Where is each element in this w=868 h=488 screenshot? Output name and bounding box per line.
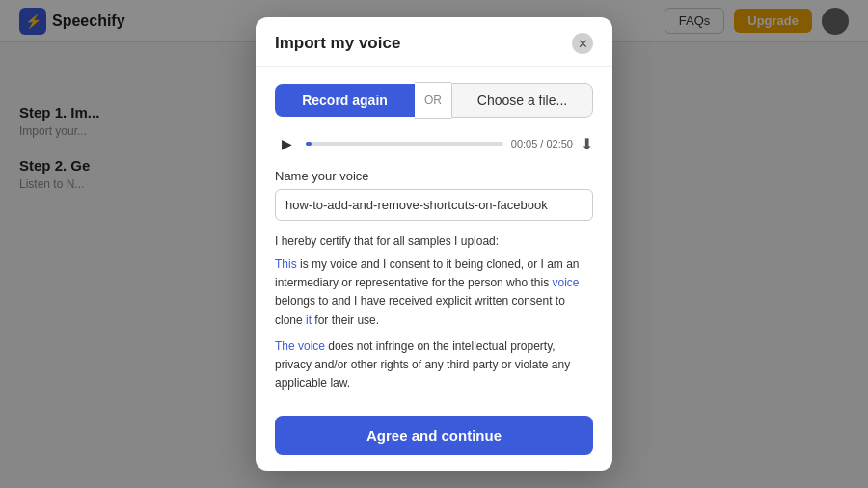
modal-dialog: Import my voice ✕ Record again OR Choose…: [256, 17, 612, 471]
play-button[interactable]: ▶: [275, 132, 298, 155]
or-separator: OR: [415, 82, 451, 119]
download-button[interactable]: ⬇: [581, 135, 593, 153]
progress-bar-container[interactable]: [306, 142, 503, 146]
terms-item-2: The voice does not infringe on the intel…: [275, 338, 593, 393]
time-display: 00:05 / 02:50: [511, 138, 573, 149]
modal-overlay: Import my voice ✕ Record again OR Choose…: [0, 0, 868, 488]
modal-footer: Agree and continue: [256, 404, 612, 471]
terms-text: This is my voice and I consent to it bei…: [275, 256, 593, 404]
choose-file-button[interactable]: Choose a file...: [451, 83, 593, 118]
modal-title: Import my voice: [275, 34, 400, 53]
voice-name-label: Name your voice: [275, 169, 593, 183]
voice-name-input[interactable]: [275, 189, 593, 221]
close-button[interactable]: ✕: [572, 33, 593, 54]
agree-continue-button[interactable]: Agree and continue: [275, 416, 593, 455]
terms-intro: I hereby certify that for all samples I …: [275, 234, 593, 248]
progress-bar-fill: [306, 142, 312, 146]
modal-body: Record again OR Choose a file... ▶ 00:05…: [256, 67, 612, 404]
record-again-button[interactable]: Record again: [275, 84, 415, 117]
audio-player: ▶ 00:05 / 02:50 ⬇: [275, 132, 593, 155]
action-buttons: Record again OR Choose a file...: [275, 82, 593, 119]
modal-header: Import my voice ✕: [256, 17, 612, 67]
terms-item-1: This is my voice and I consent to it bei…: [275, 256, 593, 330]
